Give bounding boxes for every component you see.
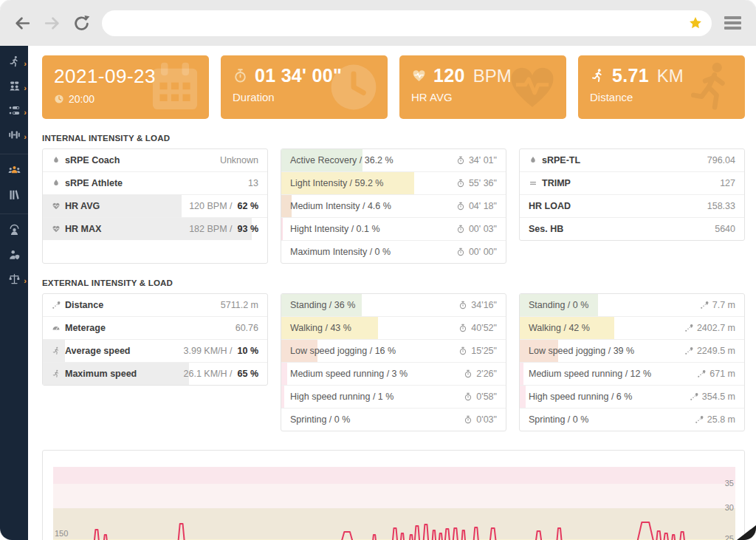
row-value: 158.33 (707, 201, 735, 211)
zone-time: 0'03" (476, 414, 497, 425)
sidebar-item-comparison[interactable]: › (0, 268, 28, 293)
right-axis-tick: 30 (725, 503, 734, 512)
right-axis-tick: 25 (725, 534, 734, 540)
distance-label: Distance (590, 91, 733, 103)
row-value: 182 BPM / (189, 224, 232, 234)
duration-label: Duration (233, 91, 376, 103)
zone-label: Maximum Intensity / 0 % (290, 247, 391, 257)
chevron-right-icon: › (24, 83, 27, 92)
zone-time: 40'52" (471, 323, 497, 333)
external-distance-zones-panel: Standing / 0 %7.7 m Walking / 42 %2402.7… (519, 293, 745, 431)
zone-label: Medium Intensity / 4.6 % (290, 201, 391, 211)
right-axis-tick: 35 (725, 479, 734, 488)
row-label: Ses. HB (529, 224, 563, 234)
row-value-percent: 10 % (238, 346, 259, 356)
forward-arrow-icon[interactable] (43, 14, 61, 33)
heart-icon (52, 202, 61, 211)
row-value: 3.99 KM/H / (184, 346, 233, 356)
row-value: 13 (248, 178, 258, 188)
address-bar[interactable] (102, 10, 712, 36)
zone-label: Light Intensity / 59.2 % (290, 178, 383, 188)
address-input[interactable] (111, 17, 682, 30)
internal-hr-zones-panel: Active Recovery / 36.2 %34' 01" Light In… (281, 148, 506, 264)
sidebar-item-exercises[interactable]: › (0, 124, 28, 148)
flame-icon (52, 179, 61, 188)
table-row: Walking / 43 %40'52" (281, 317, 506, 340)
table-row: Low speed jogging / 39 %2249.5 m (520, 340, 744, 363)
clock-icon (54, 94, 64, 104)
sidebar-item-team[interactable] (0, 160, 28, 184)
stopwatch-icon (458, 324, 467, 332)
section-header-external: EXTERNAL INTENSITY & LOAD (42, 278, 745, 287)
row-label: Average speed (65, 346, 130, 356)
table-row: Medium speed running / 12 %671 m (520, 363, 744, 386)
reload-icon[interactable] (72, 14, 91, 33)
mouse-cursor (736, 524, 756, 540)
sidebar-item-library[interactable] (0, 184, 28, 208)
zone-label: Standing / 36 % (290, 300, 355, 310)
table-row: Sprinting / 0 %25.8 m (520, 409, 744, 431)
heart-icon (52, 225, 61, 233)
users-chat-icon (8, 80, 21, 95)
row-value-percent: 62 % (238, 201, 259, 211)
zone-label: Standing / 0 % (529, 300, 588, 310)
row-value: 5640 (715, 224, 735, 234)
sidebar-divider (0, 154, 28, 154)
zone-bar (520, 386, 526, 408)
flame-icon (529, 156, 537, 165)
zone-time: 00' 00" (469, 247, 497, 257)
zone-distance: 2402.7 m (697, 323, 735, 333)
table-row: Standing / 0 %7.7 m (520, 294, 744, 317)
main-content: 2021-09-23 20:00 01 34' 00" Duration 120… (28, 46, 756, 540)
zone-time: 55' 36" (469, 178, 497, 188)
row-value: 26.1 KM/H / (184, 369, 233, 379)
zone-label: Active Recovery / 36.2 % (290, 155, 394, 165)
zone-time: 15'25" (471, 346, 497, 356)
table-row: Medium speed running / 3 %2'26" (281, 363, 506, 386)
route-icon (690, 392, 698, 401)
hr-avg-unit: BPM (473, 66, 512, 86)
zone-time: 00' 03" (469, 224, 497, 234)
table-row: Average speed3.99 KM/H /10 % (43, 340, 267, 363)
dumbbell-icon (8, 129, 21, 144)
bookmark-star-icon[interactable] (688, 16, 703, 30)
stopwatch-icon (464, 369, 472, 378)
sidebar-item-athletes[interactable]: › (0, 75, 28, 100)
zone-label: Medium speed running / 3 % (290, 369, 408, 379)
zone-label: Walking / 42 % (529, 323, 590, 333)
table-row: Light Intensity / 59.2 %55' 36" (281, 172, 506, 195)
distance-unit: KM (657, 66, 684, 86)
hr-speed-chart: 150 35 30 25 (42, 450, 745, 540)
user-shield-icon (8, 248, 21, 264)
zone-label: Sprinting / 0 % (529, 414, 588, 425)
date-card: 2021-09-23 20:00 (42, 55, 209, 119)
zone-label: Low speed jogging / 39 % (529, 346, 634, 356)
browser-toolbar (0, 0, 756, 46)
zone-label: Hight Intensity / 0.1 % (290, 224, 380, 234)
speed-line (53, 522, 735, 540)
equals-icon (529, 179, 537, 188)
table-row: High speed running / 1 %0'58" (281, 386, 506, 409)
back-arrow-icon[interactable] (13, 14, 32, 33)
duration-card: 01 34' 00" Duration (221, 55, 388, 119)
sidebar-item-account[interactable] (0, 244, 28, 268)
stopwatch-icon (464, 415, 472, 424)
zone-distance: 25.8 m (707, 414, 735, 425)
menu-icon[interactable] (723, 13, 743, 33)
hr-avg-label: HR AVG (411, 91, 554, 103)
route-icon (697, 369, 706, 378)
internal-metrics-panel: sRPE CoachUnknown sRPE Athlete13 HR AVG1… (42, 148, 268, 264)
row-label: Distance (65, 300, 103, 310)
zone-label: Walking / 43 % (290, 323, 351, 333)
table-row: Medium Intensity / 4.6 %04' 18" (281, 195, 506, 218)
row-label: HR AVG (65, 201, 100, 211)
row-value: 796.04 (707, 155, 735, 165)
stopwatch-icon (456, 225, 465, 233)
table-row: Ses. HB5640 (520, 218, 744, 240)
sidebar-item-support[interactable] (0, 219, 28, 244)
stopwatch-icon (458, 346, 467, 355)
sidebar-item-tests[interactable]: › (0, 100, 28, 124)
zone-distance: 7.7 m (712, 300, 735, 310)
route-icon (684, 324, 693, 332)
sidebar-item-trainings[interactable]: › (0, 51, 28, 75)
